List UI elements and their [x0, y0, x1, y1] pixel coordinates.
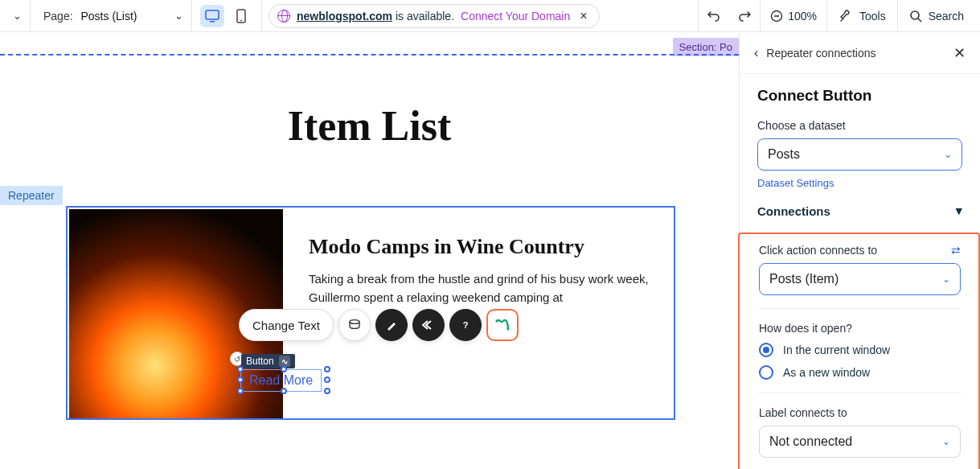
swap-icon[interactable]: ⇄ — [951, 244, 961, 257]
panel-breadcrumb: Repeater connections — [766, 47, 875, 60]
connect-domain-link[interactable]: Connect Your Domain — [461, 10, 570, 23]
item-body[interactable]: Taking a break from the hustle and grind… — [309, 270, 659, 306]
radio-new-label: As a new window — [783, 366, 870, 379]
svg-point-11 — [506, 327, 509, 330]
undo-button[interactable] — [699, 0, 729, 32]
dataset-settings-link[interactable]: Dataset Settings — [757, 177, 834, 189]
chevron-down-icon: ⌄ — [13, 10, 22, 22]
page-value: Posts (List) — [80, 10, 137, 23]
search-button[interactable]: Search — [898, 10, 975, 23]
search-label: Search — [929, 10, 964, 23]
svg-point-8 — [350, 320, 359, 324]
dataset-select[interactable]: Posts ⌄ — [757, 138, 962, 171]
radio-current-label: In the current window — [783, 344, 890, 356]
chevron-down-icon: ⌄ — [944, 149, 952, 160]
radio-current-window[interactable]: In the current window — [759, 343, 961, 357]
caret-down-icon: ▾ — [956, 204, 962, 218]
chevron-down-icon: ⌄ — [174, 10, 183, 22]
item-title[interactable]: Modo Camps in Wine Country — [309, 235, 659, 259]
button-tag-label: Button — [246, 356, 274, 367]
connections-label: Connections — [757, 204, 830, 218]
zoom-control[interactable]: 100% — [761, 10, 826, 23]
top-bar: ⌄ Page: Posts (List) ⌄ newblogspot.com i… — [0, 0, 980, 32]
label-connects-value: Not connected — [769, 434, 852, 449]
connect-panel: ‹ Repeater connections ✕ Connect Button … — [739, 33, 980, 469]
design-icon[interactable] — [375, 309, 408, 341]
section-divider — [0, 54, 739, 56]
svg-line-7 — [918, 19, 921, 22]
redo-button[interactable] — [729, 0, 760, 32]
connections-highlight: Click action connects to ⇄ Posts (Item) … — [738, 232, 980, 469]
label-connects-label: Label connects to — [759, 406, 961, 419]
desktop-view-button[interactable] — [200, 5, 224, 27]
page-label: Page: — [43, 10, 73, 23]
button-element-tag[interactable]: Button ∿ — [241, 354, 295, 368]
page-selector[interactable]: Page: Posts (List) ⌄ — [31, 0, 191, 32]
how-open-label: How does it open? — [759, 322, 961, 335]
chevron-down-icon: ⌄ — [942, 436, 950, 447]
help-icon[interactable]: ? — [449, 309, 482, 341]
chevron-left-icon: ‹ — [754, 46, 758, 60]
domain-pill: newblogspot.com is available. Connect Yo… — [269, 4, 600, 28]
close-icon[interactable]: × — [576, 9, 590, 23]
radio-new-window[interactable]: As a new window — [759, 365, 961, 380]
radio-icon — [759, 365, 773, 380]
connect-data-icon[interactable] — [486, 309, 519, 341]
svg-rect-0 — [206, 10, 219, 19]
close-icon[interactable]: ✕ — [953, 44, 966, 62]
zoom-value: 100% — [788, 10, 817, 23]
globe-icon — [277, 10, 290, 23]
data-icon[interactable] — [338, 309, 371, 341]
search-icon — [909, 10, 922, 23]
svg-text:?: ? — [463, 320, 469, 330]
repeater-tag[interactable]: Repeater — [0, 186, 63, 205]
radio-icon — [759, 343, 773, 357]
panel-back-button[interactable]: ‹ Repeater connections — [754, 46, 876, 60]
svg-rect-1 — [210, 21, 215, 23]
zoom-out-icon — [770, 10, 783, 23]
tools-icon — [839, 9, 853, 23]
animation-icon[interactable] — [412, 309, 445, 341]
chevron-down-icon: ⌄ — [942, 274, 950, 285]
change-text-button[interactable]: Change Text — [239, 309, 334, 341]
domain-name[interactable]: newblogspot.com — [297, 10, 392, 23]
mobile-view-button[interactable] — [229, 5, 253, 27]
svg-point-10 — [495, 319, 498, 322]
tools-label: Tools — [859, 10, 886, 23]
connections-toggle[interactable]: Connections ▾ — [757, 189, 962, 228]
dataset-value: Posts — [768, 147, 800, 162]
domain-available-text: is available. — [392, 10, 454, 23]
element-action-bar: Change Text ? — [239, 309, 519, 341]
svg-point-6 — [911, 11, 919, 19]
click-action-select[interactable]: Posts (Item) ⌄ — [759, 263, 961, 295]
choose-dataset-label: Choose a dataset — [757, 119, 962, 132]
click-action-label: Click action connects to — [759, 244, 877, 257]
page-heading[interactable]: Item List — [0, 102, 739, 150]
tools-button[interactable]: Tools — [827, 9, 897, 23]
menu-dropdown[interactable]: ⌄ — [5, 0, 30, 32]
svg-point-3 — [240, 19, 242, 21]
panel-title: Connect Button — [757, 87, 962, 105]
editor-canvas: Section: Po Item List Repeater Modo Camp… — [0, 33, 739, 469]
click-action-value: Posts (Item) — [769, 272, 839, 286]
label-connects-select[interactable]: Not connected ⌄ — [759, 426, 961, 458]
connected-icon: ∿ — [279, 356, 290, 367]
